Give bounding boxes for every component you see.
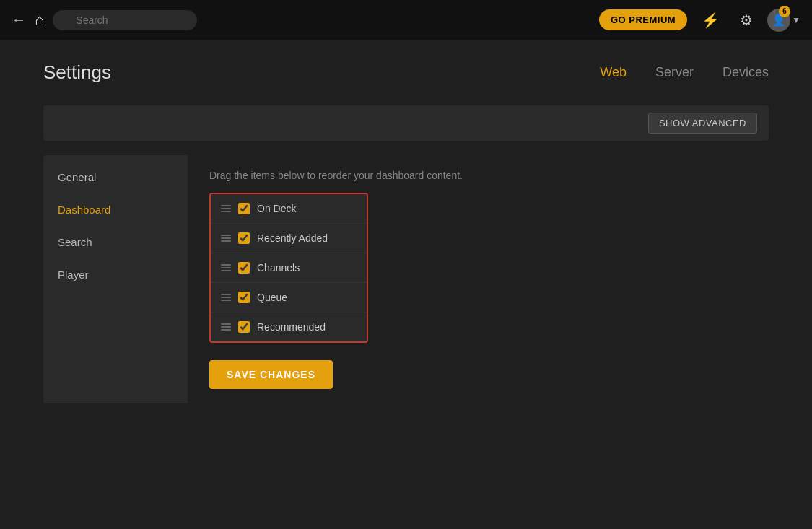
checkbox-channels[interactable] bbox=[238, 262, 250, 274]
activity-icon[interactable]: ⚡ bbox=[696, 9, 725, 32]
go-premium-button[interactable]: GO PREMIUM bbox=[599, 9, 687, 30]
drag-handle-queue[interactable] bbox=[221, 294, 231, 301]
sidebar-item-dashboard[interactable]: Dashboard bbox=[43, 193, 188, 226]
settings-icon[interactable]: ⚙ bbox=[734, 9, 759, 32]
show-advanced-bar: SHOW ADVANCED bbox=[43, 105, 769, 141]
settings-body: General Dashboard Search Player Drag the… bbox=[43, 155, 769, 403]
list-item: Channels bbox=[211, 253, 367, 283]
drag-hint: Drag the items below to reorder your das… bbox=[209, 170, 747, 181]
settings-tabs: Web Server Devices bbox=[600, 65, 769, 80]
page-content: Settings Web Server Devices SHOW ADVANCE… bbox=[0, 40, 812, 425]
item-label-queue: Queue bbox=[257, 292, 287, 303]
checkbox-queue[interactable] bbox=[238, 292, 250, 303]
drag-handle-on-deck[interactable] bbox=[221, 205, 231, 212]
top-navigation: ← ⌂ 🔍 GO PREMIUM ⚡ ⚙ 👤 6 ▼ bbox=[0, 0, 812, 40]
sidebar-item-search[interactable]: Search bbox=[43, 226, 188, 258]
user-menu[interactable]: 👤 6 ▼ bbox=[767, 9, 800, 32]
list-item: Queue bbox=[211, 283, 367, 312]
drag-handle-recommended[interactable] bbox=[221, 323, 231, 331]
search-wrap: 🔍 bbox=[53, 10, 197, 30]
item-label-channels: Channels bbox=[257, 262, 300, 274]
checkbox-on-deck[interactable] bbox=[238, 203, 250, 214]
item-label-recommended: Recommended bbox=[257, 321, 326, 333]
drag-handle-recently-added[interactable] bbox=[221, 235, 231, 242]
tab-devices[interactable]: Devices bbox=[722, 65, 769, 80]
drag-handle-channels[interactable] bbox=[221, 264, 231, 271]
show-advanced-button[interactable]: SHOW ADVANCED bbox=[648, 113, 757, 134]
sidebar-item-general[interactable]: General bbox=[43, 161, 188, 193]
checkbox-recommended[interactable] bbox=[238, 321, 250, 333]
item-label-recently-added: Recently Added bbox=[257, 232, 328, 244]
list-item: On Deck bbox=[211, 194, 367, 224]
dashboard-items-list: On Deck Recently Added Channels bbox=[209, 193, 368, 343]
tab-web[interactable]: Web bbox=[600, 65, 627, 80]
save-changes-button[interactable]: SAVE CHANGES bbox=[209, 360, 333, 389]
list-item: Recommended bbox=[211, 312, 367, 341]
settings-header: Settings Web Server Devices bbox=[43, 61, 769, 84]
list-item: Recently Added bbox=[211, 224, 367, 253]
page-title: Settings bbox=[43, 61, 600, 84]
checkbox-recently-added[interactable] bbox=[238, 232, 250, 244]
home-button[interactable]: ⌂ bbox=[35, 11, 44, 30]
sidebar-item-player[interactable]: Player bbox=[43, 258, 188, 291]
notification-badge: 6 bbox=[779, 6, 790, 17]
main-panel: Drag the items below to reorder your das… bbox=[188, 155, 769, 403]
tab-server[interactable]: Server bbox=[655, 65, 694, 80]
search-input[interactable] bbox=[53, 10, 197, 30]
item-label-on-deck: On Deck bbox=[257, 203, 296, 214]
settings-sidebar: General Dashboard Search Player bbox=[43, 155, 188, 403]
back-button[interactable]: ← bbox=[12, 12, 26, 28]
chevron-down-icon: ▼ bbox=[792, 15, 800, 25]
